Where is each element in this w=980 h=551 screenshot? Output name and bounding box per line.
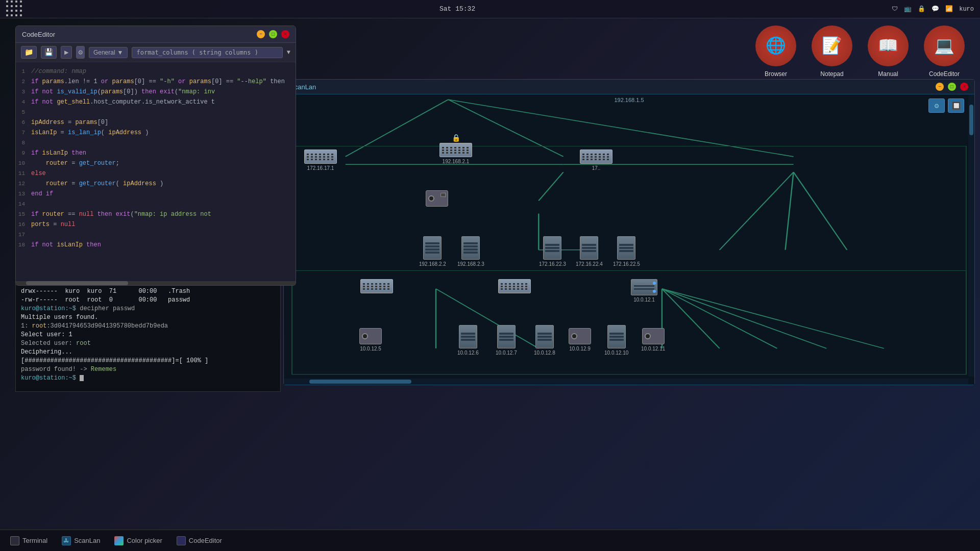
- node-10-0-12-1-label: 10.0.12.1: [633, 297, 655, 303]
- notepad-label: Notepad: [820, 70, 843, 78]
- terminal-line-2: drwx------ kuro kuro 71 00:00 .Trash: [21, 287, 275, 296]
- code-line-16: 16 ports = null: [16, 219, 296, 230]
- node-10-0-12-5[interactable]: 10.0.12.5: [359, 328, 382, 352]
- node-10-0-12-9[interactable]: 10.0.12.9: [569, 328, 591, 352]
- taskbar-item-color-picker[interactable]: Color picker: [108, 534, 168, 547]
- svg-line-10: [794, 172, 847, 249]
- code-line-2: 2 if params.len != 1 or params[0] == "-h…: [16, 77, 296, 87]
- router-icon-2: [439, 143, 472, 157]
- editor-content[interactable]: 1 //command: nmap 2 if params.len != 1 o…: [16, 62, 296, 281]
- node-172-16-17-1[interactable]: 172.16.17.1: [304, 149, 337, 171]
- server-icon-bottom-2: [497, 325, 516, 348]
- editor-general-dropdown[interactable]: General ▼: [89, 47, 128, 58]
- node-10-0-12-6[interactable]: 10.0.12.6: [457, 325, 479, 356]
- node-router-lower-left[interactable]: [360, 279, 393, 293]
- editor-run-button[interactable]: ▶: [61, 46, 72, 59]
- desktop-icon-manual[interactable]: 📖 Manual: [868, 26, 909, 78]
- node-172-16-22-4[interactable]: 172.16.22.4: [576, 236, 603, 267]
- node-10-0-12-6-label: 10.0.12.6: [457, 350, 479, 356]
- node-192-168-2-2[interactable]: 192.168.2.2: [419, 236, 446, 267]
- node-camera-1[interactable]: [426, 190, 448, 207]
- codeeditor-title: CodeEditor: [22, 31, 55, 38]
- editor-hscroll-thumb[interactable]: [26, 281, 128, 285]
- code-line-17: 17: [16, 230, 296, 240]
- node-3-label: 17..: [592, 165, 601, 171]
- svg-rect-19: [292, 270, 966, 374]
- scanlan-vertical-scrollbar[interactable]: [968, 94, 974, 377]
- terminal-line-5: Multiple users found.: [21, 313, 275, 322]
- taskbar-item-scanlan[interactable]: 🖧 ScanLan: [56, 534, 106, 547]
- node-2-label: 192.168.2.1: [443, 159, 470, 164]
- desktop-icon-notepad[interactable]: 📝 Notepad: [812, 26, 852, 78]
- node-10-0-12-8[interactable]: 10.0.12.8: [534, 325, 555, 356]
- code-line-1: 1 //command: nmap: [16, 66, 296, 77]
- code-line-8: 8: [16, 138, 296, 148]
- node-17-partial[interactable]: 17..: [580, 149, 612, 171]
- server-icon-4: [580, 236, 598, 260]
- editor-folder-button[interactable]: 📁: [21, 46, 37, 59]
- svg-line-8: [720, 172, 794, 249]
- node-10-0-12-7[interactable]: 10.0.12.7: [496, 325, 517, 356]
- router-icon-lower-left: [360, 279, 393, 293]
- node-192-168-2-3[interactable]: 192.168.2.3: [457, 236, 484, 267]
- node-10-0-12-11[interactable]: 10.0.12.11: [641, 328, 665, 352]
- node-10-0-12-1[interactable]: 10.0.12.1: [631, 279, 657, 303]
- codeeditor-maximize-button[interactable]: □: [269, 30, 277, 38]
- terminal-line-4: kuro@station:~$ decipher passwd: [21, 305, 275, 313]
- router-dots-icon: [631, 279, 657, 295]
- scanlan-tool-gear-button[interactable]: ⚙: [928, 98, 945, 113]
- apps-grid-button[interactable]: [6, 1, 23, 17]
- terminal-line-3: -rw-r----- root root 0 00:00 passwd: [21, 296, 275, 305]
- camera-icon-1: [426, 190, 448, 207]
- browser-label: Browser: [765, 70, 787, 78]
- server-icon-bottom-3: [535, 325, 554, 348]
- node-172-16-22-3[interactable]: 172.16.22.3: [539, 236, 566, 267]
- codeeditor-close-button[interactable]: ×: [281, 30, 289, 38]
- editor-horizontal-scrollbar[interactable]: [16, 281, 296, 285]
- browser-icon: 🌐: [755, 26, 796, 66]
- editor-toolbar: 📁 💾 ▶ ⚙ General ▼ format_columns ( strin…: [16, 43, 296, 62]
- node-10-0-12-11-label: 10.0.12.11: [641, 346, 665, 352]
- codeeditor-minimize-button[interactable]: −: [257, 30, 265, 38]
- scanlan-top-label: 192.168.1.5: [614, 97, 644, 103]
- node-1-label: 172.16.17.1: [307, 165, 334, 171]
- terminal-panel[interactable]: drwxrwx--- kuro kuro 3634 00:00 Config d…: [15, 276, 281, 392]
- desktop-icon-browser[interactable]: 🌐 Browser: [755, 26, 796, 78]
- editor-settings-button[interactable]: ⚙: [76, 46, 84, 59]
- node-172-16-22-5[interactable]: 172.16.22.5: [613, 236, 640, 267]
- scanlan-hscroll-thumb[interactable]: [309, 380, 411, 384]
- scanlan-maximize-button[interactable]: □: [948, 83, 956, 91]
- scanlan-horizontal-scrollbar[interactable]: [284, 379, 968, 385]
- topbar-chat-icon: 💬: [932, 5, 939, 13]
- node-server-2-label: 192.168.2.3: [457, 261, 484, 267]
- code-area[interactable]: 1 //command: nmap 2 if params.len != 1 o…: [16, 62, 296, 281]
- editor-dropdown-arrow-icon: ▼: [117, 49, 124, 56]
- node-10-0-12-10[interactable]: 10.0.12.10: [604, 325, 628, 356]
- terminal-line-6: 1: root:3d041794653d9041395780bedd7b9eda: [21, 322, 275, 331]
- node-server-5-label: 172.16.22.5: [613, 261, 640, 267]
- desktop-icon-codeeditor[interactable]: 💻 CodeEditor: [924, 26, 965, 78]
- scanlan-network-view[interactable]: ⚙ 🔲: [284, 94, 974, 385]
- node-server-4-label: 172.16.22.4: [576, 261, 603, 267]
- scanlan-tool-filter-button[interactable]: 🔲: [948, 98, 964, 113]
- taskbar-item-codeeditor[interactable]: CodeEditor: [170, 534, 228, 547]
- editor-save-button[interactable]: 💾: [41, 46, 57, 59]
- code-line-15: 15 if router == null then exit("nmap: ip…: [16, 209, 296, 219]
- svg-line-12: [436, 289, 538, 348]
- scanlan-vscroll-thumb[interactable]: [969, 105, 973, 135]
- lock-icon: 🔒: [452, 134, 460, 142]
- terminal-line-11: password found! -> Rememes: [21, 365, 275, 374]
- node-192-168-2-1[interactable]: 🔒 192.168.2.1: [439, 143, 472, 164]
- scanlan-minimize-button[interactable]: −: [936, 83, 944, 91]
- topbar-left: [6, 1, 23, 17]
- camera-icon-bottom-1: [359, 328, 382, 344]
- node-router-lower-center[interactable]: [498, 279, 531, 293]
- scanlan-titlebar: ScanLan − □ ×: [284, 80, 974, 94]
- server-icon-bottom-4: [607, 325, 626, 348]
- code-line-7: 7 isLanIp = is_lan_ip( ipAddress ): [16, 128, 296, 138]
- scanlan-close-button[interactable]: ×: [960, 83, 968, 91]
- code-line-13: 13 end if: [16, 189, 296, 199]
- router-icon-1: [304, 149, 337, 164]
- taskbar-item-terminal[interactable]: Terminal: [4, 534, 54, 547]
- codeeditor-desktop-label: CodeEditor: [929, 70, 960, 78]
